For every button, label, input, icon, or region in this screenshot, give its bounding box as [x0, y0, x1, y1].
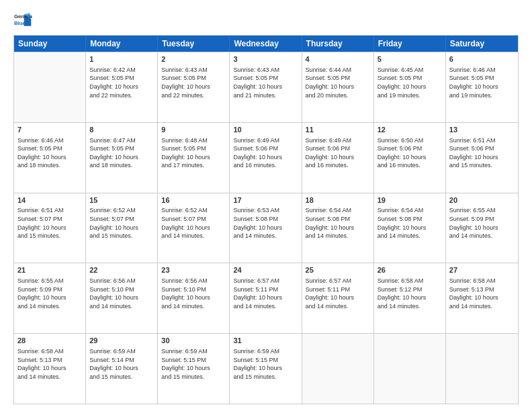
- calendar-cell: 19Sunrise: 6:54 AM Sunset: 5:08 PM Dayli…: [374, 193, 446, 263]
- day-info: Sunrise: 6:46 AM Sunset: 5:05 PM Dayligh…: [449, 66, 515, 99]
- header: General Blue: [13, 11, 519, 30]
- calendar-cell: 10Sunrise: 6:49 AM Sunset: 5:06 PM Dayli…: [230, 123, 302, 193]
- day-number: 6: [449, 54, 515, 64]
- calendar-cell: [446, 334, 518, 404]
- calendar-cell: 17Sunrise: 6:53 AM Sunset: 5:08 PM Dayli…: [230, 193, 302, 263]
- day-info: Sunrise: 6:58 AM Sunset: 5:13 PM Dayligh…: [17, 347, 82, 381]
- svg-text:General: General: [14, 13, 32, 19]
- calendar-body: 1Sunrise: 6:42 AM Sunset: 5:05 PM Daylig…: [14, 52, 518, 404]
- calendar-cell: 26Sunrise: 6:58 AM Sunset: 5:12 PM Dayli…: [374, 263, 446, 333]
- calendar-cell: 30Sunrise: 6:59 AM Sunset: 5:15 PM Dayli…: [158, 334, 230, 404]
- day-info: Sunrise: 6:55 AM Sunset: 5:09 PM Dayligh…: [17, 277, 82, 310]
- day-info: Sunrise: 6:56 AM Sunset: 5:10 PM Dayligh…: [89, 277, 154, 310]
- calendar-cell: 9Sunrise: 6:48 AM Sunset: 5:05 PM Daylig…: [158, 123, 230, 193]
- day-number: 30: [161, 336, 226, 346]
- weekday-header: Sunday: [14, 36, 86, 52]
- day-info: Sunrise: 6:49 AM Sunset: 5:06 PM Dayligh…: [306, 136, 370, 170]
- day-number: 18: [306, 195, 370, 205]
- day-number: 4: [306, 54, 370, 64]
- calendar-row: 1Sunrise: 6:42 AM Sunset: 5:05 PM Daylig…: [14, 52, 518, 122]
- weekday-header: Friday: [374, 36, 446, 52]
- day-number: 31: [233, 336, 298, 346]
- calendar-cell: 31Sunrise: 6:59 AM Sunset: 5:15 PM Dayli…: [230, 334, 302, 404]
- calendar-cell: 6Sunrise: 6:46 AM Sunset: 5:05 PM Daylig…: [446, 52, 518, 122]
- day-number: 5: [378, 54, 442, 64]
- calendar-row: 7Sunrise: 6:46 AM Sunset: 5:05 PM Daylig…: [14, 122, 518, 193]
- day-number: 28: [17, 336, 82, 346]
- day-number: 10: [233, 125, 298, 135]
- calendar-cell: 2Sunrise: 6:43 AM Sunset: 5:05 PM Daylig…: [158, 52, 230, 122]
- day-info: Sunrise: 6:59 AM Sunset: 5:15 PM Dayligh…: [161, 347, 226, 381]
- calendar-cell: 8Sunrise: 6:47 AM Sunset: 5:05 PM Daylig…: [86, 123, 158, 193]
- calendar-cell: 14Sunrise: 6:51 AM Sunset: 5:07 PM Dayli…: [14, 193, 86, 263]
- calendar-cell: 20Sunrise: 6:55 AM Sunset: 5:09 PM Dayli…: [446, 193, 518, 263]
- calendar-cell: 7Sunrise: 6:46 AM Sunset: 5:05 PM Daylig…: [14, 123, 86, 193]
- calendar-cell: 15Sunrise: 6:52 AM Sunset: 5:07 PM Dayli…: [86, 193, 158, 263]
- day-number: 3: [233, 54, 298, 64]
- day-number: 23: [161, 265, 226, 275]
- day-number: 26: [378, 265, 442, 275]
- calendar-cell: 1Sunrise: 6:42 AM Sunset: 5:05 PM Daylig…: [86, 52, 158, 122]
- day-number: 11: [306, 125, 370, 135]
- logo-icon: General Blue: [13, 11, 32, 30]
- calendar-row: 28Sunrise: 6:58 AM Sunset: 5:13 PM Dayli…: [14, 333, 518, 404]
- calendar-row: 14Sunrise: 6:51 AM Sunset: 5:07 PM Dayli…: [14, 193, 518, 263]
- day-info: Sunrise: 6:58 AM Sunset: 5:13 PM Dayligh…: [449, 277, 515, 310]
- calendar-cell: [14, 52, 86, 122]
- calendar-cell: 18Sunrise: 6:54 AM Sunset: 5:08 PM Dayli…: [302, 193, 374, 263]
- day-info: Sunrise: 6:47 AM Sunset: 5:05 PM Dayligh…: [89, 136, 154, 170]
- day-number: 13: [449, 125, 515, 135]
- day-number: 20: [449, 195, 515, 205]
- day-number: 24: [233, 265, 298, 275]
- calendar-header: SundayMondayTuesdayWednesdayThursdayFrid…: [14, 36, 518, 52]
- calendar-cell: 16Sunrise: 6:52 AM Sunset: 5:07 PM Dayli…: [158, 193, 230, 263]
- day-info: Sunrise: 6:43 AM Sunset: 5:05 PM Dayligh…: [161, 66, 226, 99]
- calendar-row: 21Sunrise: 6:55 AM Sunset: 5:09 PM Dayli…: [14, 263, 518, 333]
- day-number: 1: [89, 54, 154, 64]
- calendar-cell: 12Sunrise: 6:50 AM Sunset: 5:06 PM Dayli…: [374, 123, 446, 193]
- day-number: 21: [17, 265, 82, 275]
- day-number: 25: [306, 265, 370, 275]
- day-info: Sunrise: 6:58 AM Sunset: 5:12 PM Dayligh…: [378, 277, 442, 310]
- day-info: Sunrise: 6:52 AM Sunset: 5:07 PM Dayligh…: [161, 206, 226, 240]
- day-info: Sunrise: 6:45 AM Sunset: 5:05 PM Dayligh…: [378, 66, 442, 99]
- calendar-cell: 21Sunrise: 6:55 AM Sunset: 5:09 PM Dayli…: [14, 263, 86, 333]
- logo: General Blue: [13, 11, 32, 30]
- weekday-header: Wednesday: [230, 36, 302, 52]
- calendar-cell: 13Sunrise: 6:51 AM Sunset: 5:06 PM Dayli…: [446, 123, 518, 193]
- calendar-cell: 4Sunrise: 6:44 AM Sunset: 5:05 PM Daylig…: [302, 52, 374, 122]
- day-info: Sunrise: 6:59 AM Sunset: 5:14 PM Dayligh…: [89, 347, 154, 381]
- day-info: Sunrise: 6:59 AM Sunset: 5:15 PM Dayligh…: [233, 347, 298, 381]
- calendar-cell: 5Sunrise: 6:45 AM Sunset: 5:05 PM Daylig…: [374, 52, 446, 122]
- day-info: Sunrise: 6:57 AM Sunset: 5:11 PM Dayligh…: [306, 277, 370, 310]
- calendar-cell: 23Sunrise: 6:56 AM Sunset: 5:10 PM Dayli…: [158, 263, 230, 333]
- day-info: Sunrise: 6:50 AM Sunset: 5:06 PM Dayligh…: [378, 136, 442, 170]
- calendar-cell: 24Sunrise: 6:57 AM Sunset: 5:11 PM Dayli…: [230, 263, 302, 333]
- page: General Blue SundayMondayTuesdayWednesda…: [0, 0, 532, 411]
- svg-text:Blue: Blue: [14, 20, 26, 26]
- day-info: Sunrise: 6:51 AM Sunset: 5:06 PM Dayligh…: [449, 136, 515, 170]
- day-number: 22: [89, 265, 154, 275]
- day-info: Sunrise: 6:46 AM Sunset: 5:05 PM Dayligh…: [17, 136, 82, 170]
- day-number: 19: [378, 195, 442, 205]
- day-info: Sunrise: 6:55 AM Sunset: 5:09 PM Dayligh…: [449, 206, 515, 240]
- day-info: Sunrise: 6:51 AM Sunset: 5:07 PM Dayligh…: [17, 206, 82, 240]
- calendar-cell: [374, 334, 446, 404]
- calendar-cell: [302, 334, 374, 404]
- day-number: 2: [161, 54, 226, 64]
- day-number: 7: [17, 125, 82, 135]
- day-info: Sunrise: 6:54 AM Sunset: 5:08 PM Dayligh…: [306, 206, 370, 240]
- day-number: 9: [161, 125, 226, 135]
- day-info: Sunrise: 6:44 AM Sunset: 5:05 PM Dayligh…: [306, 66, 370, 99]
- day-info: Sunrise: 6:53 AM Sunset: 5:08 PM Dayligh…: [233, 206, 298, 240]
- day-info: Sunrise: 6:42 AM Sunset: 5:05 PM Dayligh…: [89, 66, 154, 99]
- day-info: Sunrise: 6:56 AM Sunset: 5:10 PM Dayligh…: [161, 277, 226, 310]
- weekday-header: Tuesday: [158, 36, 230, 52]
- calendar-cell: 29Sunrise: 6:59 AM Sunset: 5:14 PM Dayli…: [86, 334, 158, 404]
- day-info: Sunrise: 6:52 AM Sunset: 5:07 PM Dayligh…: [89, 206, 154, 240]
- day-number: 14: [17, 195, 82, 205]
- calendar-cell: 27Sunrise: 6:58 AM Sunset: 5:13 PM Dayli…: [446, 263, 518, 333]
- day-number: 12: [378, 125, 442, 135]
- day-number: 15: [89, 195, 154, 205]
- calendar-cell: 3Sunrise: 6:43 AM Sunset: 5:05 PM Daylig…: [230, 52, 302, 122]
